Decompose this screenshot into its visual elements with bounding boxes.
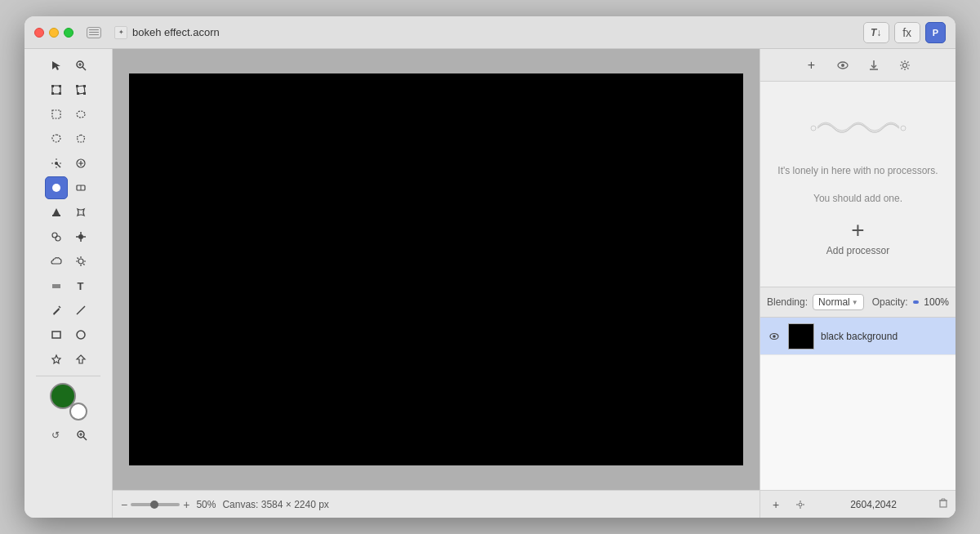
toolbar: T — [24, 49, 113, 518]
pen-tool[interactable] — [45, 299, 68, 322]
plugin-label: P — [933, 28, 938, 38]
ellipse-select-tool[interactable] — [69, 103, 92, 126]
toolbar-separator — [36, 376, 100, 376]
effects-tool[interactable] — [69, 225, 92, 248]
blending-mode-select[interactable]: Normal ▼ — [813, 294, 864, 310]
blending-mode-value: Normal — [818, 296, 850, 308]
add-layer-button[interactable]: + — [802, 56, 822, 75]
paint-tool[interactable] — [45, 176, 68, 199]
lasso-tool[interactable] — [45, 127, 68, 150]
svg-rect-6 — [51, 85, 54, 87]
formula-icon: T↓ — [871, 27, 881, 38]
canvas-size-label: Canvas: 3584 × 2240 px — [222, 499, 328, 510]
canvas-viewport[interactable] — [113, 49, 760, 490]
zoom-control: − + — [121, 498, 189, 511]
healing-tool[interactable] — [69, 152, 92, 175]
fx-button[interactable]: fx — [894, 22, 920, 43]
add-layer-bottom-button[interactable]: + — [767, 496, 785, 514]
tool-row-10: T — [45, 274, 92, 297]
processors-panel: It's lonely in here with no processors. … — [760, 82, 956, 287]
svg-marker-50 — [52, 355, 60, 363]
layer-thumbnail — [788, 323, 814, 349]
sidebar-toggle-button[interactable] — [87, 27, 101, 38]
clone-tool[interactable] — [45, 225, 68, 248]
delete-layer-button[interactable] — [938, 497, 949, 511]
file-icon: ✦ — [114, 26, 127, 39]
svg-point-16 — [77, 111, 85, 118]
formula-button[interactable]: T↓ — [863, 22, 889, 43]
zoom-in-button[interactable]: + — [183, 498, 189, 511]
tool-row-8 — [45, 225, 92, 248]
gear-layers-button[interactable] — [791, 496, 809, 514]
layer-item[interactable]: black background — [760, 318, 956, 355]
svg-point-49 — [77, 331, 85, 339]
text-tool-icon: T — [78, 280, 84, 292]
transform-tool[interactable] — [45, 78, 68, 101]
opacity-label: Opacity: — [872, 296, 908, 308]
smudge-tool[interactable] — [69, 201, 92, 224]
eye-button[interactable] — [833, 56, 853, 75]
distort-tool[interactable] — [69, 78, 92, 101]
svg-point-27 — [52, 184, 60, 192]
filename-label: bokeh effect.acorn — [132, 26, 220, 38]
marquee-tool[interactable] — [45, 103, 68, 126]
svg-rect-8 — [51, 92, 54, 95]
swap-colors-btn[interactable]: ↺ — [44, 424, 67, 447]
layer-name: black background — [821, 331, 949, 342]
eraser-tool[interactable] — [69, 176, 92, 199]
zoom-out-button[interactable]: − — [121, 498, 127, 511]
svg-line-2 — [82, 67, 86, 70]
download-button[interactable] — [864, 56, 884, 75]
zoom-slider[interactable] — [131, 503, 180, 506]
fx-icon: fx — [902, 26, 911, 39]
color-picker[interactable] — [50, 383, 87, 421]
ornament-decoration — [809, 112, 907, 150]
svg-rect-7 — [59, 85, 61, 87]
svg-line-44 — [83, 264, 85, 265]
add-processor-button[interactable]: + Add processor — [826, 219, 889, 256]
close-button[interactable] — [34, 28, 44, 38]
svg-rect-13 — [77, 92, 79, 95]
svg-point-65 — [799, 503, 802, 506]
layer-visibility-toggle[interactable] — [767, 329, 782, 344]
circle-tool[interactable] — [69, 323, 92, 346]
plugin-button[interactable]: P — [925, 22, 946, 43]
svg-rect-12 — [83, 85, 86, 87]
line-tool[interactable] — [69, 299, 92, 322]
text-tool[interactable]: T — [69, 274, 92, 297]
svg-point-32 — [56, 236, 60, 241]
arrow-shape-tool[interactable] — [69, 348, 92, 371]
rect-border-tool[interactable] — [45, 323, 68, 346]
maximize-button[interactable] — [64, 28, 74, 38]
svg-point-57 — [841, 64, 844, 67]
svg-rect-48 — [52, 332, 60, 338]
poly-lasso-tool[interactable] — [69, 127, 92, 150]
opacity-slider[interactable] — [913, 300, 920, 304]
svg-point-23 — [55, 162, 58, 165]
zoom-tool[interactable] — [69, 54, 92, 77]
rect-fill-tool[interactable] — [45, 274, 68, 297]
svg-point-60 — [902, 63, 906, 67]
tool-row-13 — [45, 348, 92, 371]
background-color[interactable] — [69, 403, 87, 421]
magic-wand-tool[interactable] — [45, 152, 68, 175]
svg-marker-0 — [52, 61, 60, 70]
app-window: ✦ bokeh effect.acorn T↓ fx P — [24, 16, 956, 518]
tool-row-2 — [45, 78, 92, 101]
arrow-tool[interactable] — [45, 54, 68, 77]
layers-bottom-bar: + 2604,2042 — [760, 490, 956, 518]
svg-rect-14 — [83, 92, 86, 95]
zoom-in-tool[interactable] — [70, 424, 93, 447]
cloud-tool[interactable] — [45, 250, 68, 273]
svg-rect-30 — [52, 215, 60, 216]
minimize-button[interactable] — [49, 28, 59, 38]
fill-tool[interactable] — [45, 201, 68, 224]
tool-row-3 — [45, 103, 92, 126]
layers-list[interactable]: black background — [760, 318, 956, 490]
tool-row-5 — [45, 152, 92, 175]
svg-line-47 — [77, 306, 85, 314]
exposure-tool[interactable] — [69, 250, 92, 273]
gear-button[interactable] — [895, 56, 915, 75]
blending-bar: Blending: Normal ▼ Opacity: 100% — [760, 287, 956, 318]
star-tool[interactable] — [45, 348, 68, 371]
